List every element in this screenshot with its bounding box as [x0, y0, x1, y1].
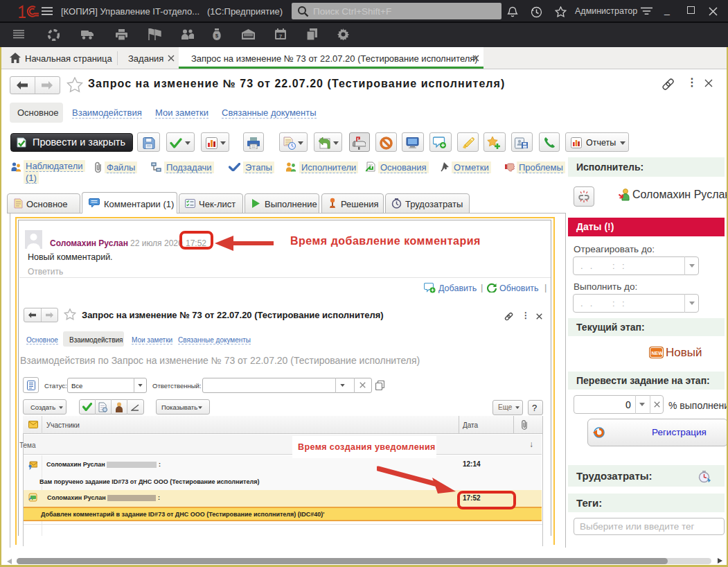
svg-text:$: $: [215, 33, 219, 39]
svg-text:7: 7: [279, 33, 282, 40]
